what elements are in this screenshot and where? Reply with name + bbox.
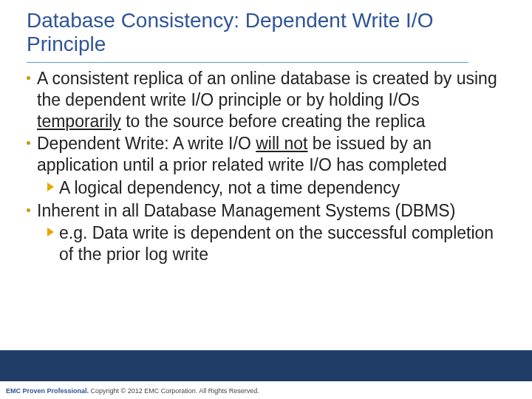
bullet-1-underline: temporarily: [37, 112, 121, 131]
bullet-2-pre: Dependent Write: A write I/O: [37, 134, 256, 153]
footer: EMC Proven Professional. Copyright © 201…: [6, 387, 259, 395]
bullet-2: Dependent Write: A write I/O will not be…: [27, 133, 505, 176]
bullet-3-text: Inherent in all Database Management Syst…: [37, 200, 455, 222]
bullet-icon: [27, 75, 37, 85]
footer-brand: EMC Proven Professional.: [6, 387, 89, 395]
bullet-2-underline: will not: [256, 134, 307, 153]
bullet-icon: [27, 207, 37, 217]
bullet-1-post: to the source before creating the replic…: [121, 112, 426, 131]
bullet-1-pre: A consistent replica of an online databa…: [37, 69, 497, 109]
arrow-icon: [47, 181, 59, 194]
bullet-3-sub: e.g. Data write is dependent on the succ…: [47, 222, 505, 265]
slide-title: Database Consistency: Dependent Write I/…: [27, 9, 499, 56]
bullet-3-sub-text: e.g. Data write is dependent on the succ…: [59, 222, 505, 265]
bullet-icon: [27, 140, 37, 150]
title-underline: [27, 62, 468, 63]
footer-copyright: Copyright © 2012 EMC Corporation. All Ri…: [89, 387, 259, 395]
bullet-2-sub-text: A logical dependency, not a time depende…: [59, 177, 400, 199]
bottom-band: [0, 350, 532, 381]
arrow-icon: [47, 226, 59, 239]
bullet-3: Inherent in all Database Management Syst…: [27, 200, 505, 222]
bullet-2-sub: A logical dependency, not a time depende…: [47, 177, 505, 199]
bullet-1: A consistent replica of an online databa…: [27, 68, 505, 132]
body-text: A consistent replica of an online databa…: [27, 66, 505, 265]
